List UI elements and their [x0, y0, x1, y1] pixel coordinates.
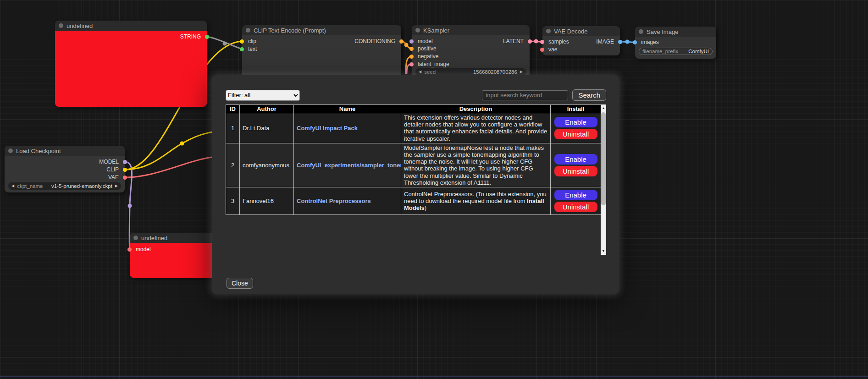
- node-body: STRING: [55, 31, 207, 107]
- uninstall-button[interactable]: Uninstall: [554, 129, 597, 139]
- table-scrollbar[interactable]: ▲ ▼: [601, 104, 606, 255]
- cell-description: This extension offers various detector n…: [401, 113, 551, 143]
- collapse-dot-icon[interactable]: [415, 28, 420, 33]
- node-title: Save Image: [647, 28, 678, 35]
- output-slot-latent[interactable]: LATENT: [412, 38, 530, 45]
- input-slot-negative[interactable]: negative: [412, 53, 530, 60]
- input-slot-latent-image[interactable]: latent_image: [412, 60, 530, 68]
- node-save-image[interactable]: Save Image images filename_prefix ComfyU…: [635, 27, 716, 59]
- node-load-checkpoint[interactable]: Load Checkpoint MODEL CLIP VAE ◀ ckpt_na…: [5, 146, 125, 192]
- clip-output-dot[interactable]: [123, 168, 127, 172]
- model-input-dot[interactable]: [127, 247, 132, 252]
- widget-label: filename_prefix: [642, 49, 678, 54]
- decrement-arrow-icon[interactable]: ◀: [419, 68, 421, 76]
- enable-button[interactable]: Enable: [554, 154, 597, 165]
- cell-author: comfyanonymous: [240, 143, 294, 187]
- collapse-dot-icon[interactable]: [246, 28, 250, 33]
- node-title-bar[interactable]: undefined: [55, 21, 207, 31]
- widget-label: ckpt_name: [17, 183, 43, 189]
- node-undefined-top[interactable]: undefined STRING: [55, 21, 207, 107]
- output-slot-clip[interactable]: CLIP: [5, 166, 125, 173]
- image-output-dot[interactable]: [618, 40, 622, 44]
- node-title-bar[interactable]: Load Checkpoint: [5, 146, 125, 156]
- vae-output-dot[interactable]: [123, 176, 127, 180]
- node-title-bar[interactable]: VAE Decode: [542, 26, 620, 36]
- cell-id: 3: [226, 187, 240, 215]
- slot-label: STRING: [180, 33, 201, 40]
- search-button[interactable]: Search: [572, 89, 606, 101]
- link-dot: [625, 40, 630, 44]
- collapse-dot-icon[interactable]: [8, 148, 13, 153]
- negative-input-dot[interactable]: [409, 55, 414, 59]
- scrollbar-thumb[interactable]: [601, 112, 606, 205]
- cell-description: ControlNet Preprocessors. (To use this e…: [401, 187, 551, 215]
- input-slot-text[interactable]: text: [242, 45, 401, 53]
- model-output-dot[interactable]: [123, 160, 127, 164]
- custom-nodes-dialog: Filter: all Search ID Author Name De: [212, 75, 619, 294]
- slot-label: model: [136, 246, 151, 253]
- collapse-dot-icon[interactable]: [133, 236, 138, 240]
- widget-value: ComfyUI: [688, 49, 709, 54]
- previous-arrow-icon[interactable]: ◀: [11, 182, 14, 190]
- string-output-dot[interactable]: [205, 35, 209, 39]
- output-slot-image[interactable]: IMAGE: [542, 38, 620, 45]
- input-slot-vae[interactable]: vae: [542, 46, 620, 53]
- node-title: undefined: [141, 235, 167, 242]
- images-input-dot[interactable]: [633, 40, 637, 44]
- output-slot-model[interactable]: MODEL: [5, 158, 125, 165]
- filter-dropdown[interactable]: Filter: all: [226, 90, 300, 101]
- node-graph-canvas[interactable]: undefined STRING CLIP Text Encode (Promp…: [0, 0, 868, 379]
- node-title-bar[interactable]: KSampler: [412, 25, 530, 35]
- positive-input-dot[interactable]: [409, 47, 414, 51]
- next-arrow-icon[interactable]: ▶: [115, 182, 118, 190]
- extension-link[interactable]: ComfyUI Impact Pack: [297, 125, 358, 132]
- node-body: samples vae IMAGE: [542, 36, 620, 55]
- collapse-dot-icon[interactable]: [639, 29, 643, 34]
- node-title-bar[interactable]: Save Image: [635, 27, 716, 37]
- col-header-description: Description: [401, 105, 551, 113]
- uninstall-button[interactable]: Uninstall: [554, 202, 597, 212]
- widget-value: v1-5-pruned-emaonly.ckpt: [51, 183, 112, 189]
- collapse-dot-icon[interactable]: [546, 29, 551, 33]
- latent-output-dot[interactable]: [528, 39, 532, 44]
- increment-arrow-icon[interactable]: ▶: [520, 68, 523, 76]
- close-button[interactable]: Close: [227, 278, 253, 289]
- latent-image-input-dot[interactable]: [409, 62, 414, 66]
- output-slot-string[interactable]: STRING: [55, 33, 207, 40]
- vae-input-dot[interactable]: [540, 48, 544, 52]
- node-title: KSampler: [423, 27, 449, 34]
- cell-id: 2: [226, 143, 240, 187]
- node-title: VAE Decode: [554, 28, 587, 35]
- text-input-dot[interactable]: [240, 47, 244, 51]
- slot-label: images: [641, 39, 659, 45]
- scrollbar-up-icon[interactable]: ▲: [601, 104, 606, 112]
- cell-id: 1: [226, 113, 240, 143]
- canvas-axis-horizontal: [0, 376, 868, 377]
- node-title: CLIP Text Encode (Prompt): [254, 27, 326, 34]
- collapse-dot-icon[interactable]: [59, 23, 63, 28]
- slot-label: VAE: [108, 174, 119, 181]
- ckpt-name-widget[interactable]: ◀ ckpt_name v1-5-pruned-emaonly.ckpt ▶: [8, 182, 121, 190]
- enable-button[interactable]: Enable: [554, 190, 597, 200]
- uninstall-button[interactable]: Uninstall: [554, 166, 597, 176]
- cell-install: Enable Uninstall: [551, 113, 601, 143]
- link-dot: [180, 142, 184, 146]
- input-slot-images[interactable]: images: [635, 38, 716, 46]
- extension-link[interactable]: ComfyUI_experiments/sampler_tonemap: [297, 162, 401, 169]
- output-slot-conditioning[interactable]: CONDITIONING: [242, 38, 401, 45]
- node-vae-decode[interactable]: VAE Decode samples vae IMAGE: [542, 26, 620, 55]
- slot-label: MODEL: [99, 159, 119, 165]
- filename-prefix-widget[interactable]: filename_prefix ComfyUI: [639, 48, 713, 55]
- extension-link[interactable]: ControlNet Preprocessors: [297, 198, 371, 204]
- conditioning-output-dot[interactable]: [399, 39, 404, 44]
- search-input[interactable]: [482, 90, 568, 100]
- slot-label: IMAGE: [596, 38, 614, 45]
- seed-widget[interactable]: ◀ seed 156680208700286 ▶: [415, 68, 526, 76]
- output-slot-vae[interactable]: VAE: [5, 174, 125, 181]
- scrollbar-down-icon[interactable]: ▼: [601, 247, 606, 255]
- input-slot-positive[interactable]: positive: [412, 45, 530, 52]
- node-title-bar[interactable]: CLIP Text Encode (Prompt): [242, 25, 401, 35]
- description-text: ): [425, 204, 426, 211]
- widget-label: seed: [424, 69, 436, 75]
- enable-button[interactable]: Enable: [554, 117, 597, 127]
